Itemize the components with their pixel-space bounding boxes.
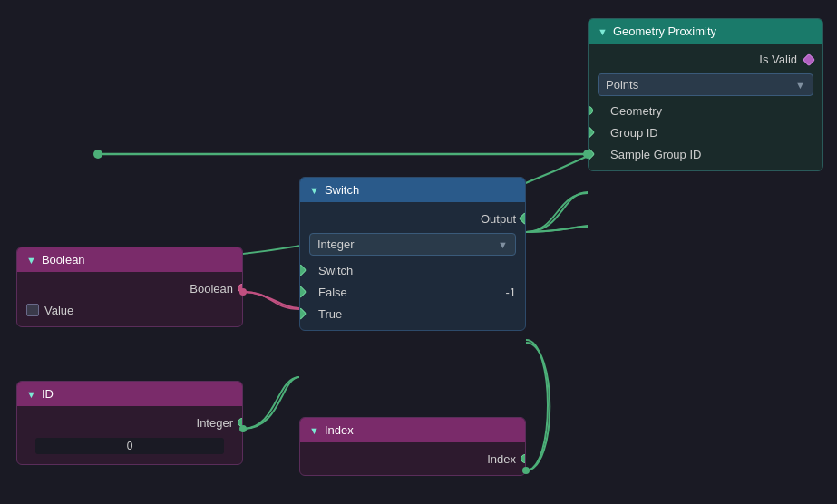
switch-type-value: Integer <box>317 237 354 251</box>
boolean-checkbox[interactable] <box>26 304 39 316</box>
geo-is-valid-row: Is Valid <box>589 49 822 70</box>
switch-true-label: True <box>318 307 342 321</box>
switch-true-row: True <box>300 303 525 325</box>
index-node: ▼ Index Index <box>299 417 526 476</box>
index-label: Index <box>487 452 516 466</box>
id-value-display[interactable]: 0 <box>35 438 224 454</box>
switch-output-socket[interactable] <box>519 212 526 225</box>
geo-sample-group-id-label: Sample Group ID <box>610 148 701 161</box>
geo-group-id-row: Group ID <box>589 121 822 143</box>
switch-type-dropdown[interactable]: Integer ▼ <box>309 233 516 256</box>
index-socket[interactable] <box>521 454 526 463</box>
geo-points-value: Points <box>606 78 638 92</box>
id-node-title: ID <box>42 387 54 401</box>
geo-node-title: Geometry Proximity <box>613 24 716 38</box>
geo-sample-group-id-socket[interactable] <box>588 148 595 160</box>
switch-node-header: ▼ Switch <box>300 178 525 202</box>
geo-points-dropdown[interactable]: Points ▼ <box>598 73 813 96</box>
boolean-node-title: Boolean <box>42 253 85 267</box>
boolean-value-label: Value <box>44 304 73 317</box>
id-node-header: ▼ ID <box>17 382 242 406</box>
id-node: ▼ ID Integer 0 <box>16 381 243 465</box>
switch-false-value: -1 <box>505 286 516 299</box>
id-value-row: 0 <box>17 433 242 459</box>
id-node-body: Integer 0 <box>17 406 242 464</box>
index-node-body: Index <box>300 442 525 475</box>
switch-collapse-icon[interactable]: ▼ <box>309 185 319 196</box>
switch-false-socket[interactable] <box>299 286 307 298</box>
id-integer-label: Integer <box>197 416 233 430</box>
switch-node-title: Switch <box>325 183 359 197</box>
boolean-label: Boolean <box>190 282 233 296</box>
id-collapse-icon[interactable]: ▼ <box>26 389 36 400</box>
geo-collapse-icon[interactable]: ▼ <box>598 26 608 37</box>
index-node-header: ▼ Index <box>300 418 525 442</box>
switch-output-label: Output <box>481 212 516 226</box>
switch-true-socket[interactable] <box>299 307 307 320</box>
switch-output-row: Output <box>300 208 525 229</box>
geo-is-valid-label: Is Valid <box>759 53 797 66</box>
switch-false-row: False -1 <box>300 281 525 303</box>
geo-geometry-row: Geometry <box>589 100 822 121</box>
geo-sample-group-id-row: Sample Group ID <box>589 143 822 165</box>
id-integer-socket[interactable] <box>238 418 243 427</box>
boolean-value-row: Value <box>17 299 242 321</box>
geo-node-body: Is Valid Points ▼ Geometry Group ID Samp… <box>589 44 822 170</box>
id-integer-row: Integer <box>17 412 242 433</box>
boolean-node: ▼ Boolean Boolean Value <box>16 247 243 327</box>
switch-false-label: False <box>318 286 347 299</box>
switch-switch-label: Switch <box>318 264 353 277</box>
geo-node-header: ▼ Geometry Proximity <box>589 19 822 44</box>
index-collapse-icon[interactable]: ▼ <box>309 425 319 436</box>
geo-group-id-label: Group ID <box>610 126 658 140</box>
boolean-node-header: ▼ Boolean <box>17 247 242 272</box>
geo-geometry-socket[interactable] <box>588 106 593 115</box>
switch-switch-row: Switch <box>300 259 525 281</box>
switch-switch-socket[interactable] <box>299 264 307 276</box>
geo-points-arrow: ▼ <box>795 80 805 91</box>
geometry-proximity-node: ▼ Geometry Proximity Is Valid Points ▼ G… <box>588 18 823 171</box>
index-output-row: Index <box>300 448 525 470</box>
boolean-node-body: Boolean Value <box>17 272 242 326</box>
svg-point-1 <box>93 150 102 159</box>
geo-geometry-label: Geometry <box>610 104 662 118</box>
geo-group-id-socket[interactable] <box>588 126 595 139</box>
boolean-collapse-icon[interactable]: ▼ <box>26 255 36 266</box>
geo-is-valid-socket[interactable] <box>803 53 815 65</box>
boolean-output-row: Boolean <box>17 277 242 299</box>
boolean-socket[interactable] <box>238 284 243 293</box>
index-node-title: Index <box>325 423 354 437</box>
switch-node-body: Output Integer ▼ Switch False -1 True <box>300 202 525 330</box>
switch-node: ▼ Switch Output Integer ▼ Switch False -… <box>299 177 526 331</box>
switch-dropdown-arrow: ▼ <box>498 239 508 250</box>
